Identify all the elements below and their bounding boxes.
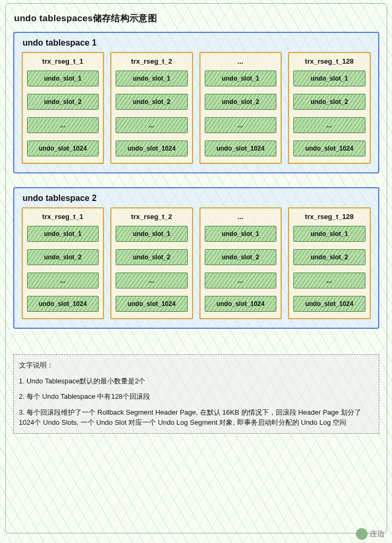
- rseg-label: trx_rseg_t_128: [305, 57, 354, 65]
- undo-slot: undo_slot_2: [116, 94, 188, 110]
- notes-item-2: 2. 每个 Undo Tablespace 中有128个回滚段: [19, 391, 373, 402]
- undo-slot: ...: [116, 273, 188, 288]
- undo-slot: undo_slot_2: [116, 249, 188, 265]
- undo-slot: ...: [205, 273, 277, 288]
- notes-item-3: 3. 每个回滚段维护了一个 Rollback Segment Header Pa…: [19, 407, 373, 428]
- undo-slot: undo_slot_1024: [293, 141, 365, 156]
- watermark: 连边: [356, 528, 385, 540]
- rseg-label: ...: [238, 57, 243, 65]
- undo-slot: undo_slot_2: [27, 94, 99, 110]
- tablespace-2: undo tablespace 2 trx_rseg_t_1 undo_slot…: [13, 187, 379, 329]
- undo-slot: undo_slot_1024: [205, 141, 277, 156]
- rseg-box: trx_rseg_t_2 undo_slot_1 undo_slot_2 ...…: [110, 52, 193, 164]
- undo-slot: undo_slot_1: [27, 226, 99, 242]
- rseg-box: ... undo_slot_1 undo_slot_2 ... undo_slo…: [199, 207, 282, 319]
- rseg-box: trx_rseg_t_128 undo_slot_1 undo_slot_2 .…: [288, 207, 371, 319]
- undo-slot: undo_slot_2: [205, 249, 277, 265]
- undo-slot: undo_slot_1: [293, 226, 365, 242]
- notes-heading: 文字说明：: [19, 360, 373, 371]
- undo-slot: ...: [205, 117, 277, 133]
- undo-slot: undo_slot_2: [293, 249, 365, 265]
- tablespace-2-label: undo tablespace 2: [23, 194, 371, 203]
- rseg-box: trx_rseg_t_1 undo_slot_1 undo_slot_2 ...…: [22, 52, 104, 164]
- rseg-label: trx_rseg_t_128: [305, 213, 354, 221]
- tablespace-1-label: undo tablespace 1: [23, 38, 371, 48]
- rseg-label: trx_rseg_t_1: [42, 57, 83, 65]
- undo-slot: ...: [116, 117, 188, 133]
- rseg-box: trx_rseg_t_1 undo_slot_1 undo_slot_2 ...…: [22, 207, 104, 319]
- rseg-label: trx_rseg_t_1: [42, 213, 83, 221]
- rseg-box: trx_rseg_t_128 undo_slot_1 undo_slot_2 .…: [288, 52, 371, 164]
- undo-slot: undo_slot_1: [116, 226, 188, 242]
- undo-slot: undo_slot_1: [293, 71, 365, 86]
- rseg-label: trx_rseg_t_2: [131, 213, 172, 221]
- diagram-frame: undo tablespaces储存结构示意图 undo tablespace …: [5, 3, 387, 533]
- undo-slot: ...: [293, 273, 365, 288]
- undo-slot: undo_slot_1024: [116, 296, 188, 312]
- notes-item-1: 1. Undo Tablespace默认的最小数量是2个: [19, 376, 373, 387]
- undo-slot: ...: [293, 117, 365, 133]
- rseg-box: ... undo_slot_1 undo_slot_2 ... undo_slo…: [199, 52, 282, 164]
- undo-slot: undo_slot_1024: [293, 296, 365, 312]
- undo-slot: undo_slot_2: [27, 249, 99, 265]
- rseg-label: trx_rseg_t_2: [131, 57, 172, 65]
- undo-slot: ...: [27, 117, 99, 133]
- undo-slot: undo_slot_1: [116, 71, 188, 86]
- rseg-label: ...: [238, 213, 243, 221]
- undo-slot: undo_slot_1024: [27, 141, 99, 156]
- undo-slot: undo_slot_2: [205, 94, 277, 110]
- undo-slot: undo_slot_1024: [27, 296, 99, 312]
- notes-box: 文字说明： 1. Undo Tablespace默认的最小数量是2个 2. 每个…: [13, 354, 379, 434]
- undo-slot: undo_slot_1024: [205, 296, 277, 312]
- undo-slot: undo_slot_1: [205, 226, 277, 242]
- undo-slot: undo_slot_1: [205, 71, 277, 86]
- watermark-text: 连边: [370, 529, 385, 539]
- tablespace-2-rsegs: trx_rseg_t_1 undo_slot_1 undo_slot_2 ...…: [22, 207, 371, 319]
- undo-slot: undo_slot_1024: [116, 141, 188, 156]
- tablespace-1: undo tablespace 1 trx_rseg_t_1 undo_slot…: [13, 32, 379, 173]
- diagram-title: undo tablespaces储存结构示意图: [14, 12, 379, 24]
- undo-slot: ...: [27, 273, 99, 288]
- tablespace-1-rsegs: trx_rseg_t_1 undo_slot_1 undo_slot_2 ...…: [22, 52, 371, 164]
- rseg-box: trx_rseg_t_2 undo_slot_1 undo_slot_2 ...…: [110, 207, 193, 319]
- undo-slot: undo_slot_1: [27, 71, 99, 86]
- watermark-icon: [356, 528, 368, 540]
- undo-slot: undo_slot_2: [293, 94, 365, 110]
